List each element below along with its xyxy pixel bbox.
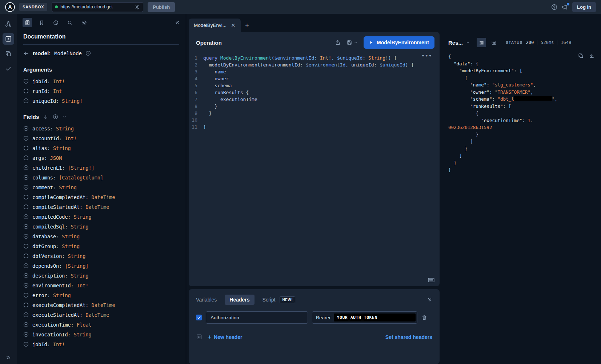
apollo-logo[interactable]: A <box>5 2 15 12</box>
code-line[interactable]: 2 modelByEnvironment(environmentId: $env… <box>189 61 440 68</box>
set-shared-headers-link[interactable]: Set shared headers <box>385 334 432 340</box>
collapse-panel-icon[interactable] <box>175 20 180 25</box>
add-field-to-query-icon[interactable] <box>23 243 29 249</box>
delete-header-icon[interactable] <box>421 315 427 320</box>
doc-field-row[interactable]: executeStartedAt: DateTime <box>17 310 186 320</box>
endpoint-url[interactable]: https://metadata.cloud.get <box>60 4 132 9</box>
tab-variables[interactable]: Variables <box>196 297 217 303</box>
publish-button[interactable]: Publish <box>148 2 175 12</box>
save-chevron-down-icon[interactable] <box>354 41 358 45</box>
endpoint-settings-gear-icon[interactable] <box>135 4 140 10</box>
formatted-view-icon[interactable] <box>477 38 486 47</box>
keyboard-shortcuts-icon[interactable] <box>428 278 434 283</box>
code-line[interactable]: 7 executionTime <box>189 96 440 103</box>
add-field-to-query-icon[interactable] <box>23 194 29 200</box>
add-field-to-query-icon[interactable] <box>23 126 29 131</box>
add-field-to-query-icon[interactable] <box>23 185 29 190</box>
add-field-to-query-icon[interactable] <box>23 322 29 327</box>
add-field-to-query-icon[interactable] <box>23 292 29 298</box>
code-line[interactable]: 11} <box>189 124 440 130</box>
doc-field-row[interactable]: dependsOn: [String] <box>17 261 186 271</box>
code-line[interactable]: 10 <box>189 117 440 124</box>
doc-field-row[interactable]: executeCompletedAt: DateTime <box>17 300 186 310</box>
help-icon[interactable] <box>551 4 557 10</box>
add-field-to-query-icon[interactable] <box>23 155 29 161</box>
save-operation-icon[interactable] <box>346 40 352 45</box>
tab-headers[interactable]: Headers <box>225 295 254 305</box>
doc-field-row[interactable]: database: String <box>17 231 186 241</box>
add-field-to-query-icon[interactable] <box>23 263 29 268</box>
doc-field-row[interactable]: description: String <box>17 271 186 280</box>
add-type-icon[interactable] <box>85 50 91 56</box>
rail-checklist-icon[interactable] <box>3 63 14 74</box>
doc-field-row[interactable]: uniqueId: String! <box>17 96 186 106</box>
collapse-request-panel-icon[interactable] <box>427 297 432 302</box>
code-line[interactable]: 9 } <box>189 110 440 117</box>
doc-field-row[interactable]: executionTime: Float <box>17 320 186 329</box>
response-json[interactable]: { "data": { "modelByEnvironment": [ { "n… <box>448 53 595 174</box>
announcements-icon[interactable] <box>562 4 568 10</box>
environment-variables-icon[interactable] <box>196 334 202 340</box>
rail-docs-icon[interactable] <box>3 48 14 60</box>
close-tab-icon[interactable]: ✕ <box>231 23 236 28</box>
add-field-to-query-icon[interactable] <box>23 341 29 347</box>
code-line[interactable]: 1query ModelByEnvironment($environmentId… <box>189 54 440 61</box>
code-line[interactable]: 6 runResults { <box>189 89 440 96</box>
graphql-editor[interactable]: 1query ModelByEnvironment($environmentId… <box>189 52 440 286</box>
rail-schema-icon[interactable] <box>3 18 14 30</box>
doc-field-row[interactable]: jobId: Int! <box>17 76 186 86</box>
doc-field-row[interactable]: compileStartedAt: DateTime <box>17 202 186 212</box>
new-tab-button[interactable]: + <box>241 19 254 32</box>
download-response-icon[interactable] <box>589 53 594 58</box>
doc-field-row[interactable]: runId: Int <box>17 86 186 96</box>
doc-field-row[interactable]: columns: [CatalogColumn] <box>17 173 186 182</box>
doc-field-row[interactable]: invocationId: String <box>17 329 186 339</box>
doc-field-row[interactable]: compiledCode: String <box>17 212 186 222</box>
doc-field-row[interactable]: args: JSON <box>17 153 186 163</box>
doc-field-row[interactable]: compileCompletedAt: DateTime <box>17 192 186 202</box>
add-field-to-query-icon[interactable] <box>23 175 29 180</box>
sort-fields-icon[interactable] <box>43 114 48 120</box>
add-field-to-query-icon[interactable] <box>23 312 29 318</box>
doc-field-row[interactable]: accountId: Int! <box>17 133 186 143</box>
add-field-to-query-icon[interactable] <box>23 224 29 229</box>
add-field-to-query-icon[interactable] <box>23 136 29 141</box>
operation-tab[interactable]: ModelByEnvi... ✕ <box>189 19 241 32</box>
back-arrow-icon[interactable] <box>23 50 29 56</box>
code-line[interactable]: 4 owner <box>189 75 440 82</box>
bookmarks-icon[interactable] <box>37 18 46 27</box>
breadcrumb-type[interactable]: ModelNode <box>54 50 82 56</box>
add-field-to-query-icon[interactable] <box>23 253 29 259</box>
doc-field-row[interactable]: dbtVersion: String <box>17 251 186 261</box>
login-button[interactable]: Log in <box>572 2 596 12</box>
endpoint-url-box[interactable]: https://metadata.cloud.get <box>52 2 143 12</box>
share-operation-icon[interactable] <box>335 40 341 45</box>
copy-response-icon[interactable] <box>578 53 584 58</box>
code-line[interactable]: 5 schema <box>189 82 440 89</box>
header-enabled-checkbox[interactable] <box>196 315 202 320</box>
add-field-to-query-icon[interactable] <box>23 332 29 337</box>
run-operation-button[interactable]: ModelByEnvironment <box>364 36 434 49</box>
fields-chevron-down-icon[interactable] <box>63 115 67 119</box>
new-header-button[interactable]: + New header <box>208 334 243 340</box>
add-field-to-query-icon[interactable] <box>23 145 29 151</box>
add-field-to-query-icon[interactable] <box>23 302 29 308</box>
add-field-to-query-icon[interactable] <box>23 78 29 84</box>
doc-field-row[interactable]: comment: String <box>17 182 186 192</box>
rail-explorer-icon[interactable] <box>3 33 14 45</box>
save-operation-group[interactable] <box>346 40 358 45</box>
add-field-to-query-icon[interactable] <box>23 204 29 210</box>
doc-field-row[interactable]: alias: String <box>17 143 186 153</box>
doc-field-row[interactable]: environmentId: Int! <box>17 280 186 290</box>
code-line[interactable]: 8 } <box>189 103 440 110</box>
history-icon[interactable] <box>51 18 60 27</box>
search-icon[interactable] <box>65 18 75 27</box>
table-view-icon[interactable] <box>489 38 498 47</box>
doc-field-row[interactable]: compiledSql: String <box>17 222 186 231</box>
add-field-to-query-icon[interactable] <box>23 214 29 219</box>
tab-script[interactable]: Script <box>263 297 276 303</box>
add-field-to-query-icon[interactable] <box>23 273 29 278</box>
add-field-to-query-icon[interactable] <box>23 98 29 104</box>
doc-field-row[interactable]: access: String <box>17 124 186 133</box>
doc-field-row[interactable]: dbtGroup: String <box>17 241 186 251</box>
